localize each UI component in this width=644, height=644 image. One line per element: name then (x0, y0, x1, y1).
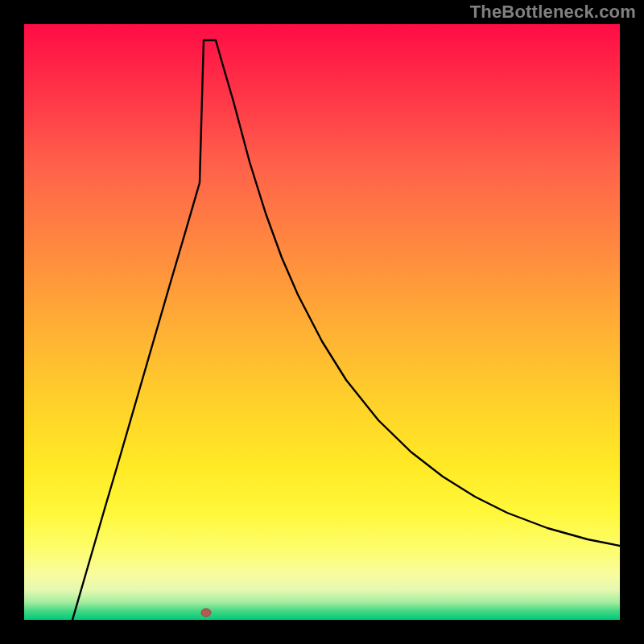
chart-frame: TheBottleneck.com (0, 0, 644, 644)
minimum-marker-icon (201, 609, 211, 617)
plot-area (24, 24, 620, 620)
curve-svg (24, 24, 620, 620)
bottleneck-curve (72, 40, 620, 620)
watermark-text: TheBottleneck.com (470, 2, 636, 23)
